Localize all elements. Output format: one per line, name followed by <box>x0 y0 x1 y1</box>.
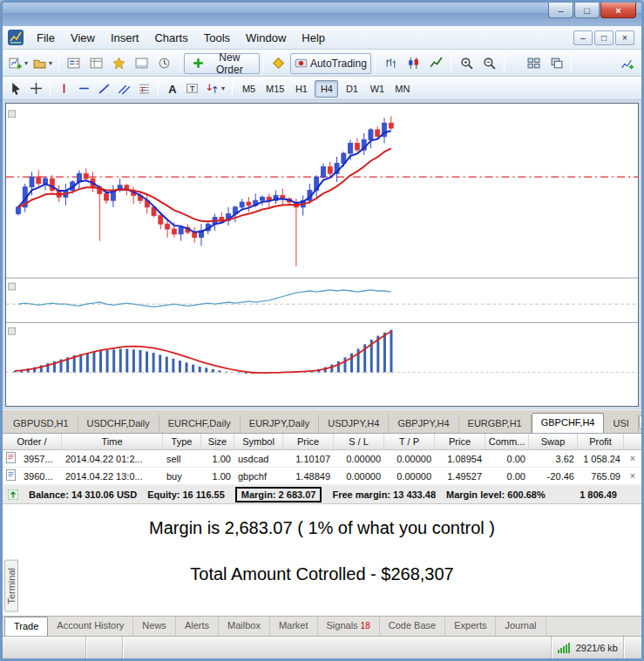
profiles-button[interactable]: ▾ <box>31 53 55 74</box>
bar-chart-button[interactable] <box>379 53 402 74</box>
channel-icon <box>118 82 131 95</box>
menu-tools[interactable]: Tools <box>196 29 238 47</box>
menu-file[interactable]: File <box>29 29 63 47</box>
chart-tab-gbpjpy-h4[interactable]: GBPJPY,H4 <box>389 415 458 433</box>
column-header-comm-[interactable]: Comm... <box>485 434 529 449</box>
candlestick-chart-button[interactable] <box>402 53 424 74</box>
terminal-tab-code-base[interactable]: Code Base <box>380 617 445 636</box>
order-row[interactable]: 3957...2014.04.22 01:2...sell1.00usdcad1… <box>3 450 641 468</box>
horizontal-line-icon <box>78 82 91 95</box>
menu-view[interactable]: View <box>63 29 103 47</box>
data-window-button[interactable] <box>85 53 108 74</box>
indicators-button[interactable] <box>615 53 638 74</box>
crosshair-button[interactable] <box>26 79 46 98</box>
arrange-windows-button[interactable] <box>522 53 545 74</box>
chart-tab-eurchf-daily[interactable]: EURCHF,Daily <box>159 415 241 433</box>
chart-tab-usdchf-daily[interactable]: USDCHF,Daily <box>78 415 159 433</box>
column-header-t-p[interactable]: T / P <box>384 434 435 449</box>
connection-bars-icon <box>557 642 571 654</box>
autotrading-button[interactable]: AutoTrading <box>290 53 371 74</box>
terminal-tab-account-history[interactable]: Account History <box>48 617 133 636</box>
horizontal-line-button[interactable] <box>74 79 94 98</box>
column-header-price[interactable]: Price <box>283 434 334 449</box>
timeframe-d1[interactable]: D1 <box>340 80 363 98</box>
minimize-button[interactable]: – <box>548 3 573 18</box>
new-order-button[interactable]: New Order <box>184 53 260 74</box>
shapes-button[interactable]: ▾ <box>202 79 228 98</box>
text-button[interactable]: A <box>162 79 182 98</box>
close-order-icon[interactable]: × <box>624 471 641 481</box>
chart-tab-eurgbp-h1[interactable]: EURGBP,H1 <box>459 415 532 433</box>
balance-value: Balance: 14 310.06 USD <box>29 489 137 500</box>
trendline-button[interactable] <box>94 79 114 98</box>
close-order-icon[interactable]: × <box>624 454 641 463</box>
timeframe-mn[interactable]: MN <box>390 80 414 98</box>
new-chart-button[interactable]: ▾ <box>6 53 31 74</box>
fibonacci-button[interactable]: F <box>134 79 154 98</box>
column-header-price[interactable]: Price <box>435 434 485 449</box>
cell-commission: 0.00 <box>485 471 529 482</box>
terminal-panel-button[interactable] <box>131 53 153 74</box>
zoom-out-button[interactable] <box>478 53 500 74</box>
timeframe-m15[interactable]: M15 <box>262 80 288 98</box>
chart-tab-usdjpy-h4[interactable]: USDJPY,H4 <box>319 415 389 433</box>
terminal-tab-label: News <box>142 620 166 631</box>
column-header-type[interactable]: Type <box>163 434 201 449</box>
title-bar[interactable]: – □ × <box>3 3 641 26</box>
terminal-tab-experts[interactable]: Experts <box>445 617 496 636</box>
column-header-swap[interactable]: Swap <box>529 434 578 449</box>
line-chart-button[interactable] <box>424 53 447 74</box>
tab-scroll-left-icon[interactable]: ◄ <box>639 415 644 429</box>
vertical-line-button[interactable] <box>54 79 74 98</box>
chart-close-button[interactable]: × <box>615 30 634 45</box>
cell-tp: 0.00000 <box>384 454 435 464</box>
terminal-tab-alerts[interactable]: Alerts <box>176 617 219 636</box>
menu-insert[interactable]: Insert <box>103 29 147 47</box>
terminal-tab-trade[interactable]: Trade <box>4 617 48 636</box>
strategy-tester-button[interactable] <box>153 53 176 74</box>
metaeditor-button[interactable] <box>268 53 290 74</box>
menu-charts[interactable]: Charts <box>146 29 195 47</box>
market-watch-button[interactable] <box>63 53 85 74</box>
timeframe-w1[interactable]: W1 <box>365 80 389 98</box>
terminal-tab-label: Journal <box>505 620 536 631</box>
chart-tab-gbpusd-h1[interactable]: GBPUSD,H1 <box>4 415 78 433</box>
column-header-symbol[interactable]: Symbol <box>234 434 283 449</box>
column-header-size[interactable]: Size <box>201 434 234 449</box>
channel-button[interactable] <box>114 79 134 98</box>
chart-canvas[interactable] <box>5 103 639 407</box>
chart-minimize-button[interactable]: – <box>573 30 593 45</box>
chart-restore-button[interactable]: □ <box>594 30 613 45</box>
cursor-button[interactable] <box>6 79 26 98</box>
terminal-tab-journal[interactable]: Journal <box>496 617 546 636</box>
timeframe-m5[interactable]: M5 <box>237 80 261 98</box>
chart-tab-usi[interactable]: USI <box>604 415 638 433</box>
cell-order: 3960... <box>20 471 62 482</box>
chart-tab-gbpchf-h4[interactable]: GBPCHF,H4 <box>532 413 605 434</box>
close-button[interactable]: × <box>600 3 636 18</box>
status-bar: 2921/6 kb <box>3 636 641 658</box>
total-profit-value: 1 806.49 <box>580 489 636 500</box>
terminal-tab-news[interactable]: News <box>133 617 176 636</box>
column-header-s-l[interactable]: S / L <box>334 434 384 449</box>
navigator-button[interactable] <box>108 53 131 74</box>
cascade-windows-button[interactable] <box>545 53 567 74</box>
terminal-tab-mailbox[interactable]: Mailbox <box>219 617 270 636</box>
mt4-logo-icon <box>8 30 24 45</box>
terminal-vertical-tab[interactable]: Terminal <box>4 560 18 612</box>
terminal-tab-market[interactable]: Market <box>270 617 318 636</box>
column-header-order-[interactable]: Order / <box>3 434 62 449</box>
menu-window[interactable]: Window <box>238 29 294 47</box>
svg-text:T: T <box>190 84 195 93</box>
label-button[interactable]: T <box>182 79 202 98</box>
order-row[interactable]: 3960...2014.04.22 13:0...buy1.00gbpchf1.… <box>3 468 641 485</box>
column-header-profit[interactable]: Profit <box>578 434 624 449</box>
chart-tab-eurjpy-daily[interactable]: EURJPY,Daily <box>241 415 320 433</box>
zoom-in-button[interactable] <box>455 53 478 74</box>
restore-button[interactable]: □ <box>574 3 600 18</box>
terminal-tab-signals[interactable]: Signals18 <box>318 617 380 636</box>
timeframe-h4[interactable]: H4 <box>315 80 338 98</box>
menu-help[interactable]: Help <box>294 29 333 47</box>
timeframe-h1[interactable]: H1 <box>289 80 313 98</box>
column-header-time[interactable]: Time <box>62 434 163 449</box>
